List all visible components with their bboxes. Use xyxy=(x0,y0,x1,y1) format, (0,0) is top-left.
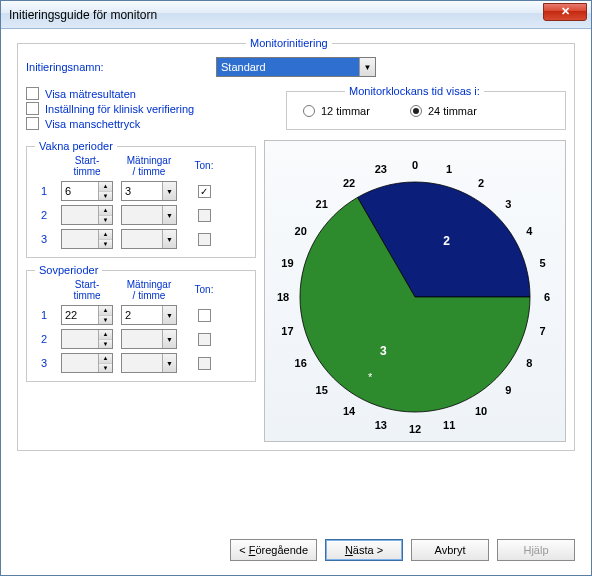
clock-hour-label: 8 xyxy=(526,357,532,369)
help-button[interactable]: Hjälp xyxy=(497,539,575,561)
chevron-down-icon[interactable]: ▼ xyxy=(99,192,112,201)
combo-value xyxy=(122,230,162,248)
spinner-buttons[interactable]: ▲▼ xyxy=(98,330,112,348)
chevron-down-icon[interactable]: ▼ xyxy=(99,364,112,373)
spinner-value xyxy=(62,230,98,248)
combo-value: 3 xyxy=(122,182,162,200)
clock-hour-label: 10 xyxy=(475,405,487,417)
chevron-down-icon[interactable]: ▼ xyxy=(99,240,112,249)
init-name-row: Initieringsnamn: Standard ▼ xyxy=(26,57,566,77)
radio-24h[interactable]: 24 timmar xyxy=(410,105,477,117)
start-hour-spinner[interactable]: ▲▼ xyxy=(61,329,113,349)
chevron-down-icon[interactable]: ▼ xyxy=(162,330,176,348)
chevron-up-icon[interactable]: ▲ xyxy=(99,354,112,364)
start-hour-spinner[interactable]: ▲▼ xyxy=(61,205,113,225)
close-button[interactable]: ✕ xyxy=(543,3,587,21)
awake-fieldset: Vakna perioder Start-timmeMätningar/ tim… xyxy=(26,140,256,258)
meas-per-hour-select[interactable]: ▼ xyxy=(121,329,177,349)
tone-checkbox[interactable] xyxy=(198,357,211,370)
sleep-fieldset: Sovperioder Start-timmeMätningar/ timmeT… xyxy=(26,264,256,382)
check-show-cuff[interactable]: Visa manschettryck xyxy=(26,117,266,130)
combo-value xyxy=(122,206,162,224)
chevron-down-icon[interactable]: ▼ xyxy=(99,316,112,325)
chevron-down-icon[interactable]: ▼ xyxy=(162,206,176,224)
chevron-down-icon[interactable]: ▼ xyxy=(162,354,176,372)
spinner-value xyxy=(62,354,98,372)
tone-checkbox[interactable] xyxy=(198,309,211,322)
clock-hour-label: 5 xyxy=(539,257,545,269)
tone-checkbox[interactable] xyxy=(198,333,211,346)
next-button[interactable]: Nästa > xyxy=(325,539,403,561)
combo-value: 2 xyxy=(122,306,162,324)
chevron-down-icon[interactable]: ▼ xyxy=(162,230,176,248)
clock-hour-label: 23 xyxy=(375,163,387,175)
chevron-down-icon[interactable]: ▼ xyxy=(162,182,176,200)
spinner-buttons[interactable]: ▲▼ xyxy=(98,206,112,224)
awake-grid: Start-timmeMätningar/ timmeTon:16▲▼3▼2▲▼… xyxy=(35,156,247,249)
option-checks: Visa mätresultaten Inställning för klini… xyxy=(26,85,266,132)
header-start: Start-timme xyxy=(61,156,113,177)
meas-per-hour-select[interactable]: 2▼ xyxy=(121,305,177,325)
checkbox-icon xyxy=(26,102,39,115)
chevron-up-icon[interactable]: ▲ xyxy=(99,182,112,192)
start-hour-spinner[interactable]: 22▲▼ xyxy=(61,305,113,325)
header-start: Start-timme xyxy=(61,280,113,301)
check-label: Inställning för klinisk verifiering xyxy=(45,103,194,115)
checkbox-icon xyxy=(26,117,39,130)
spinner-buttons[interactable]: ▲▼ xyxy=(98,182,112,200)
period-number: 3 xyxy=(35,233,53,245)
clock-hour-label: 14 xyxy=(343,405,355,417)
spinner-buttons[interactable]: ▲▼ xyxy=(98,306,112,324)
start-hour-spinner[interactable]: ▲▼ xyxy=(61,353,113,373)
clock-hour-label: 18 xyxy=(277,291,289,303)
clock-hour-label: 16 xyxy=(295,357,307,369)
chevron-down-icon[interactable]: ▼ xyxy=(162,306,176,324)
check-show-results[interactable]: Visa mätresultaten xyxy=(26,87,266,100)
meas-per-hour-select[interactable]: ▼ xyxy=(121,353,177,373)
clock-hour-label: 13 xyxy=(375,419,387,431)
clock-format-fieldset: Monitorklockans tid visas i: 12 timmar 2… xyxy=(286,85,566,130)
period-number: 1 xyxy=(35,185,53,197)
clock-hour-label: 21 xyxy=(316,198,328,210)
chevron-down-icon[interactable]: ▼ xyxy=(99,340,112,349)
meas-per-hour-select[interactable]: 3▼ xyxy=(121,181,177,201)
chevron-down-icon[interactable]: ▼ xyxy=(99,216,112,225)
period-number: 2 xyxy=(35,209,53,221)
tone-checkbox[interactable] xyxy=(198,209,211,222)
radio-icon xyxy=(410,105,422,117)
radio-label: 24 timmar xyxy=(428,105,477,117)
chevron-down-icon[interactable]: ▼ xyxy=(359,58,375,76)
init-name-select[interactable]: Standard ▼ xyxy=(216,57,376,77)
start-hour-spinner[interactable]: ▲▼ xyxy=(61,229,113,249)
titlebar: Initieringsguide för monitorn ✕ xyxy=(1,1,591,29)
radio-icon xyxy=(303,105,315,117)
sleep-grid: Start-timmeMätningar/ timmeTon:122▲▼2▼2▲… xyxy=(35,280,247,373)
clock-hour-label: 3 xyxy=(505,198,511,210)
header-tone: Ton: xyxy=(185,285,223,296)
clock-radio-row: 12 timmar 24 timmar xyxy=(295,101,557,121)
start-hour-spinner[interactable]: 6▲▼ xyxy=(61,181,113,201)
tone-checkbox[interactable] xyxy=(198,185,211,198)
sleep-legend: Sovperioder xyxy=(35,264,102,276)
meas-per-hour-select[interactable]: ▼ xyxy=(121,229,177,249)
radio-12h[interactable]: 12 timmar xyxy=(303,105,370,117)
spinner-buttons[interactable]: ▲▼ xyxy=(98,230,112,248)
tone-checkbox[interactable] xyxy=(198,233,211,246)
clock-hour-label: 9 xyxy=(505,384,511,396)
period-number: 2 xyxy=(35,333,53,345)
clock-hour-label: 12 xyxy=(409,423,421,435)
chevron-up-icon[interactable]: ▲ xyxy=(99,330,112,340)
next-hotkey: N xyxy=(345,544,353,556)
spinner-buttons[interactable]: ▲▼ xyxy=(98,354,112,372)
chevron-up-icon[interactable]: ▲ xyxy=(99,306,112,316)
check-clinical-verify[interactable]: Inställning för klinisk verifiering xyxy=(26,102,266,115)
prev-button[interactable]: < Föregående xyxy=(230,539,317,561)
chevron-up-icon[interactable]: ▲ xyxy=(99,230,112,240)
chevron-up-icon[interactable]: ▲ xyxy=(99,206,112,216)
window-title: Initieringsguide för monitorn xyxy=(9,8,543,22)
meas-per-hour-select[interactable]: ▼ xyxy=(121,205,177,225)
spinner-value: 22 xyxy=(62,306,98,324)
cancel-button[interactable]: Avbryt xyxy=(411,539,489,561)
period-number: 1 xyxy=(35,309,53,321)
options-row: Visa mätresultaten Inställning för klini… xyxy=(26,85,566,132)
